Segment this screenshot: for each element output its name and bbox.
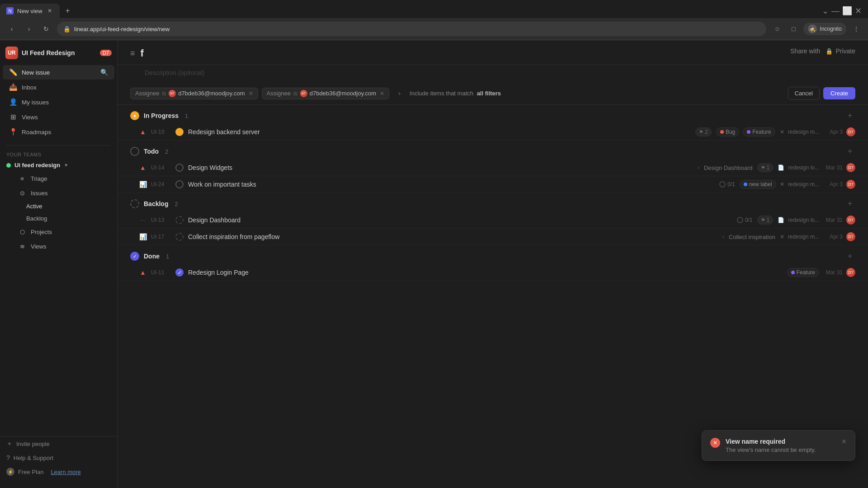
sidebar-item-my-issues[interactable]: 👤 My issues: [3, 95, 114, 109]
help-support-button[interactable]: ? Help & Support: [0, 451, 117, 465]
close-window-button[interactable]: ✕: [855, 6, 862, 16]
filter2-close-icon[interactable]: ✕: [380, 90, 384, 97]
help-label: Help & Support: [14, 455, 53, 461]
views2-label: Views: [31, 243, 46, 250]
issue-sub-ui17: Collect inspiration: [729, 234, 775, 240]
filter1-value-area: d7 d7bdeb36@moodjoy.com: [169, 90, 245, 97]
private-button[interactable]: 🔒 Private: [826, 47, 855, 55]
issue-row-ui19[interactable]: ▲ UI-19 Redesign backend server ⚑ 2 Bug …: [118, 124, 868, 141]
done-add-button[interactable]: +: [844, 251, 855, 262]
back-button[interactable]: ‹: [5, 23, 18, 35]
incognito-badge[interactable]: 🕵 Incognito: [803, 23, 846, 35]
active-tab[interactable]: N New view ✕: [0, 4, 60, 18]
sidebar-item-views[interactable]: ⊞ Views: [3, 110, 114, 124]
in-progress-status-icon: ●: [130, 111, 139, 120]
views2-icon: ≋: [18, 242, 26, 250]
toast-content: View name required The view's name canno…: [726, 438, 836, 453]
backlog-add-button[interactable]: +: [844, 198, 855, 209]
bookmark-button[interactable]: ☆: [771, 23, 783, 35]
projects-label: Projects: [31, 229, 52, 235]
assignee-ui14: D7: [846, 163, 855, 172]
sidebar-item-inbox[interactable]: 📥 Inbox: [3, 80, 114, 94]
filter1-key: Assignee: [135, 90, 159, 97]
filter1-email: d7bdeb36@moodjoy.com: [178, 90, 245, 97]
add-filter-button[interactable]: ＋: [393, 88, 406, 99]
filter-tag-2[interactable]: Assignee is d7 d7bdeb36@moodjoy.com ✕: [262, 88, 390, 99]
sub-count-icon: ⚑: [699, 129, 703, 135]
issue-row-ui11[interactable]: ▲ UI-11 ✓ Redesign Login Page Feature Ma…: [118, 264, 868, 281]
navigation-bar: ‹ › ↻ 🔒 linear.app/ui-feed-redesign/view…: [0, 18, 868, 40]
backlog-title: Backlog: [144, 200, 168, 207]
sidebar-subitem-active[interactable]: Active: [3, 201, 114, 212]
sidebar-item-projects[interactable]: ⬡ Projects: [3, 225, 114, 239]
issue-row-ui17[interactable]: 📊 UI-17 Collect inspiration from pageflo…: [118, 229, 868, 245]
section-in-progress[interactable]: ● In Progress 1 +: [118, 105, 868, 124]
sidebar-subitem-backlog[interactable]: Backlog: [3, 213, 114, 224]
section-done[interactable]: ✓ Done 1 +: [118, 245, 868, 264]
filter1-close-icon[interactable]: ✕: [249, 90, 253, 97]
projects-icon: ⬡: [18, 228, 26, 236]
address-bar[interactable]: 🔒 linear.app/ui-feed-redesign/view/new: [57, 22, 766, 36]
menu-button[interactable]: ⋮: [850, 23, 863, 35]
done-status-icon: ✓: [130, 252, 139, 261]
sidebar-item-triage[interactable]: ≡ Triage: [3, 172, 114, 185]
team-header[interactable]: Ui feed redesign ▼: [0, 159, 117, 171]
todo-title: Todo: [144, 148, 159, 155]
sidebar-item-new-issue[interactable]: ✏️ New issue 🔍: [3, 65, 114, 80]
filter-bar: Assignee is d7 d7bdeb36@moodjoy.com ✕ As…: [118, 82, 868, 105]
in-progress-add-button[interactable]: +: [844, 110, 855, 121]
issue-id-ui11: UI-11: [151, 269, 171, 276]
filter1-op: is: [162, 90, 166, 97]
views-icon: ⊞: [9, 113, 17, 121]
new-tab-button[interactable]: +: [61, 5, 74, 17]
sidebar-footer: ＋ Invite people ? Help & Support ⚡ Free …: [0, 436, 117, 479]
backlog-label: Backlog: [26, 215, 47, 222]
issue-row-ui24[interactable]: 📊 UI-24 Work on important tasks 0/1 new …: [118, 176, 868, 193]
tag-extra-ui19: redesign m...: [788, 129, 819, 135]
todo-add-button[interactable]: +: [844, 146, 855, 157]
tab-favicon: N: [6, 7, 14, 14]
toast-error-icon: ✕: [710, 438, 720, 448]
forward-button[interactable]: ›: [23, 23, 35, 35]
section-backlog[interactable]: Backlog 2 +: [118, 193, 868, 212]
view-filter-icon: ≡: [130, 49, 135, 58]
issue-title-ui13: Design Dashboard: [188, 216, 732, 224]
issue-row-ui14[interactable]: ▲ UI-14 Design Widgets › Design Dashboar…: [118, 160, 868, 176]
filter-tag-1[interactable]: Assignee is d7 d7bdeb36@moodjoy.com ✕: [130, 88, 258, 99]
maximize-button[interactable]: ⬜: [842, 6, 852, 16]
add-filter-plus-icon: ＋: [396, 89, 402, 98]
profile-button[interactable]: □: [787, 23, 800, 35]
sidebar-item-views2[interactable]: ≋ Views: [3, 239, 114, 253]
progress-ui13: 0/1: [737, 217, 753, 223]
tab-list-button[interactable]: ⌄: [822, 6, 829, 16]
date-ui17: Apr 3: [823, 234, 843, 240]
toast-title: View name required: [726, 438, 836, 445]
filter2-email: d7bdeb36@moodjoy.com: [310, 90, 376, 97]
tag-extra-ui24: redesign m...: [788, 181, 819, 188]
create-button[interactable]: Create: [823, 87, 855, 99]
issue-row-ui13[interactable]: ··· UI-13 Design Dashboard 0/1 ⚑ 1 📄 red…: [118, 212, 868, 229]
view-title-input[interactable]: [141, 47, 269, 59]
team-name: Ui feed redesign: [14, 162, 60, 169]
issue-status-icon-ui13: [175, 216, 184, 224]
toast-close-button[interactable]: ✕: [841, 438, 847, 445]
description-placeholder[interactable]: Description (optional): [145, 69, 204, 76]
inbox-label: Inbox: [22, 84, 37, 91]
minimize-button[interactable]: —: [831, 6, 840, 16]
tab-close-button[interactable]: ✕: [46, 7, 53, 14]
issue-title-ui24: Work on important tasks: [188, 181, 715, 188]
tag-extra-ui17: redesign m...: [788, 234, 819, 240]
search-icon[interactable]: 🔍: [100, 69, 108, 76]
project-header[interactable]: UR UI Feed Redesign D7: [0, 40, 117, 63]
reload-button[interactable]: ↻: [40, 23, 52, 35]
sidebar-item-roadmaps[interactable]: 📍 Roadmaps: [3, 125, 114, 139]
invite-people-button[interactable]: ＋ Invite people: [0, 436, 117, 451]
tag-cross-icon-ui17: ✕: [780, 234, 784, 240]
learn-more-link[interactable]: Learn more: [51, 469, 80, 475]
section-todo[interactable]: Todo 2 +: [118, 141, 868, 160]
sidebar-item-issues[interactable]: ⊙ Issues: [3, 186, 114, 200]
issues-label: Issues: [31, 190, 48, 197]
cancel-button[interactable]: Cancel: [788, 87, 820, 100]
date-ui19: Apr 3: [823, 129, 843, 135]
toast-notification: ✕ View name required The view's name can…: [702, 430, 855, 461]
